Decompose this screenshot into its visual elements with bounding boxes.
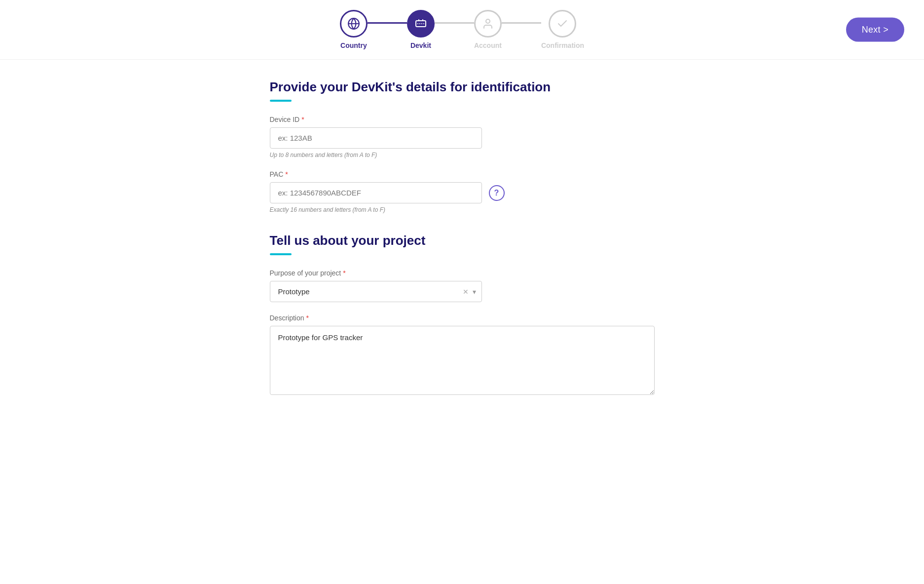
pac-input[interactable] [270, 182, 482, 203]
device-id-hint: Up to 8 numbers and letters (from A to F… [270, 152, 655, 158]
step-account: Account [474, 10, 502, 49]
header: Country Devkit Account [0, 0, 924, 60]
devkit-section-underline [270, 100, 292, 102]
pac-required: * [285, 170, 288, 178]
next-button[interactable]: Next > [846, 18, 904, 42]
devkit-section-title: Provide your DevKit's details for identi… [270, 79, 655, 95]
connector-3 [502, 22, 541, 24]
step-circle-account [474, 10, 502, 38]
device-id-group: Device ID * Up to 8 numbers and letters … [270, 116, 655, 158]
device-id-required: * [301, 116, 304, 123]
step-circle-devkit [407, 10, 435, 38]
pac-group: PAC * ? Exactly 16 numbers and letters (… [270, 170, 655, 213]
purpose-select-wrapper: Prototype Production Research Education … [270, 281, 482, 302]
step-country: Country [340, 10, 368, 49]
connector-2 [435, 22, 474, 24]
pac-hint: Exactly 16 numbers and letters (from A t… [270, 206, 655, 213]
main-content: Provide your DevKit's details for identi… [240, 60, 684, 428]
step-circle-confirmation [549, 10, 576, 38]
purpose-label: Purpose of your project * [270, 269, 655, 277]
purpose-group: Purpose of your project * Prototype Prod… [270, 269, 655, 302]
description-group: Description * Prototype for GPS tracker [270, 314, 655, 397]
step-circle-country [340, 10, 368, 38]
devkit-section: Provide your DevKit's details for identi… [270, 79, 655, 213]
project-section-title: Tell us about your project [270, 233, 655, 248]
step-label-account: Account [474, 41, 502, 49]
project-section: Tell us about your project Purpose of yo… [270, 233, 655, 397]
pac-row: ? [270, 182, 655, 203]
project-section-underline [270, 253, 292, 255]
pac-label: PAC * [270, 170, 655, 178]
step-confirmation: Confirmation [541, 10, 584, 49]
purpose-required: * [343, 269, 345, 277]
description-label: Description * [270, 314, 655, 322]
step-devkit: Devkit [407, 10, 435, 49]
step-label-devkit: Devkit [410, 41, 431, 49]
stepper: Country Devkit Account [340, 10, 584, 49]
description-required: * [306, 314, 309, 322]
pac-help-icon[interactable]: ? [489, 185, 505, 201]
step-label-confirmation: Confirmation [541, 41, 584, 49]
svg-point-3 [486, 19, 490, 23]
device-id-input[interactable] [270, 127, 482, 149]
step-label-country: Country [340, 41, 367, 49]
connector-1 [368, 22, 407, 24]
select-clear-icon[interactable]: ✕ [463, 288, 469, 296]
device-id-label: Device ID * [270, 116, 655, 123]
purpose-select[interactable]: Prototype Production Research Education … [270, 281, 482, 302]
description-textarea[interactable]: Prototype for GPS tracker [270, 326, 655, 395]
